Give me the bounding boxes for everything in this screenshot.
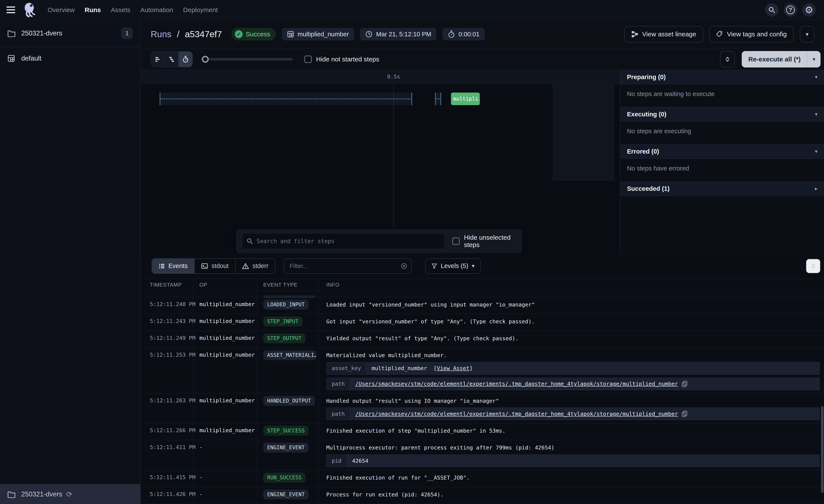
warning-icon [242,263,249,269]
hamburger-menu-icon[interactable] [6,6,17,14]
gantt-chart: multipli.. Hide unselected steps [141,84,620,254]
nav-item-deployment[interactable]: Deployment [183,6,218,14]
step-status-panel: Preparing (0) ▾ No steps are waiting to … [620,70,824,254]
event-op: - [193,470,257,487]
event-info-cell: Process for run exited (pid: 42654). [318,487,824,504]
path-link[interactable]: /Users/smackesey/stm/code/elementl/exper… [355,381,678,387]
search-button[interactable] [765,3,779,17]
reexecute-dropdown-button[interactable]: ▾ [807,51,821,68]
event-row[interactable]: 5:12:11.249 PMmultiplied_numberSTEP_OUTP… [141,331,824,348]
event-table-header: TIMESTAMP OP EVENT TYPE INFO [141,279,824,291]
path-link[interactable]: /Users/smackesey/stm/code/elementl/exper… [355,411,678,417]
section-executing-body: No steps are executing [620,122,824,144]
event-type-badge: ASSET_MATERIALI… [263,350,316,360]
event-row[interactable]: 5:12:11.426 PM-ENGINE_EVENTProcess for r… [141,487,824,504]
primary-nav: Overview Runs Assets Automation Deployme… [47,6,218,14]
levels-dropdown-button[interactable]: Levels (5) ▾ [425,258,481,274]
levels-label: Levels (5) [441,262,468,269]
chevron-right-icon: ▸ [815,185,818,192]
gantt-zoom-slider[interactable] [202,56,293,63]
sidebar-footer[interactable]: 250321-dvers ⟳ [0,484,140,504]
chevron-down-icon: ▾ [813,56,815,62]
job-name-pill[interactable]: multiplied_number [282,28,354,40]
view-mode-timed-button[interactable] [179,51,193,67]
chevron-down-icon: ▾ [472,263,475,269]
section-succeeded[interactable]: Succeeded (1) ▸ [620,182,824,196]
event-row[interactable]: 5:12:11.266 PMmultiplied_numberSTEP_SUCC… [141,423,824,440]
lineage-icon [631,31,638,38]
header-more-actions-button[interactable]: ▾ [800,26,815,42]
gantt-step-box[interactable]: multipli.. [451,93,480,105]
event-row[interactable]: 5:12:11.240 PMmultiplied_numberLOADED_IN… [141,297,824,314]
nav-item-assets[interactable]: Assets [111,6,130,14]
step-search-input[interactable] [242,233,444,249]
tab-stderr[interactable]: stderr [235,259,275,273]
hide-not-started-checkbox-row[interactable]: Hide not started steps [304,55,379,63]
gear-icon: ⚙ [805,5,813,15]
filter-funnel-icon [431,263,437,269]
event-row[interactable]: 5:12:11.243 PMmultiplied_numberSTEP_INPU… [141,314,824,331]
metadata-value: 42654 [347,455,374,467]
log-scrollbar[interactable] [821,406,824,493]
tab-stdout[interactable]: stdout [195,259,235,273]
slider-handle[interactable] [202,56,209,63]
hide-not-started-checkbox[interactable] [304,55,312,63]
nav-item-automation[interactable]: Automation [140,6,173,14]
run-count-badge: 1 [121,27,133,39]
nav-item-overview[interactable]: Overview [47,6,75,14]
view-asset-link[interactable]: View Asset [437,365,470,371]
tab-events[interactable]: Events [152,259,195,273]
event-op: - [193,487,257,504]
section-errored[interactable]: Errored (0) ▾ [620,144,824,159]
event-row[interactable]: 5:12:11.263 PMmultiplied_numberHANDLED_O… [141,393,824,423]
event-timestamp: 5:12:11.415 PM [141,470,193,487]
job-name: multiplied_number [298,31,349,38]
event-row[interactable]: 5:12:11.415 PM-RUN_SUCCESSFinished execu… [141,470,824,487]
help-button[interactable]: ? [784,3,797,17]
folder-icon [7,29,16,38]
section-preparing[interactable]: Preparing (0) ▾ [620,70,824,84]
event-info-cell: Finished execution of run for "__ASSET_J… [318,470,824,487]
view-tags-config-button[interactable]: View tags and config [709,26,794,42]
view-mode-waterfall-button[interactable] [165,51,179,67]
expand-log-button[interactable] [806,259,821,273]
event-timestamp: 5:12:11.243 PM [141,314,193,331]
event-info-text: Process for run exited (pid: 42654). [326,491,820,498]
chevron-down-icon: ▾ [815,74,818,80]
event-timestamp: 5:12:11.253 PM [141,348,193,393]
dagster-logo-icon[interactable] [22,2,38,18]
settings-button[interactable]: ⚙ [802,3,816,17]
sidebar-item-project[interactable]: 250321-dvers 1 [0,20,140,47]
hide-not-started-label: Hide not started steps [316,55,379,63]
metadata-row: pid42654 [326,455,820,467]
section-executing[interactable]: Executing (0) ▾ [620,107,824,122]
event-op: - [193,440,257,470]
expand-gantt-button[interactable] [720,51,735,68]
metadata-label: path [326,408,350,420]
sidebar: 250321-dvers 1 default 250321-dvers ⟳ [0,20,141,504]
copy-icon[interactable] [682,381,687,387]
hide-unselected-checkbox[interactable] [452,238,459,245]
event-row[interactable]: 5:12:11.411 PM-ENGINE_EVENTMultiprocess … [141,440,824,470]
breadcrumb-runs-link[interactable]: Runs [151,29,172,39]
event-row[interactable]: 5:12:11.253 PMmultiplied_numberASSET_MAT… [141,348,824,393]
gantt-timeline-header: 0.5s [141,70,620,84]
log-filter-input[interactable] [284,258,412,274]
clear-filter-icon[interactable] [401,263,407,269]
hide-unselected-checkbox-row[interactable]: Hide unselected steps [452,234,516,249]
event-info-cell: Handled output "result" using IO manager… [318,393,824,423]
reload-icon[interactable]: ⟳ [66,490,73,499]
reexecute-all-button[interactable]: Re-execute all (*) [742,51,807,68]
copy-icon[interactable] [682,410,687,417]
event-info-text: Finished execution of step "multiplied_n… [326,427,820,434]
sidebar-item-default[interactable]: default [0,47,140,70]
metadata-label: path [326,378,350,390]
view-asset-lineage-button[interactable]: View asset lineage [624,26,703,42]
event-type-cell: RUN_SUCCESS [257,470,318,487]
section-title: Errored (0) [627,148,659,155]
gantt-view-mode-group [151,51,193,67]
nav-item-runs[interactable]: Runs [85,6,101,14]
check-icon: ✓ [235,30,243,38]
view-mode-flat-button[interactable] [151,51,165,67]
event-row-partial [141,291,824,297]
